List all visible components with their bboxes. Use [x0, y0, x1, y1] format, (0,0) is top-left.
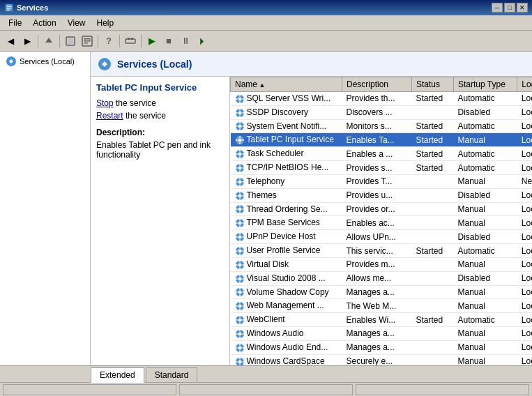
- tab-standard[interactable]: Standard: [146, 367, 198, 382]
- connect-button[interactable]: [123, 33, 138, 49]
- menu-file[interactable]: File: [3, 17, 27, 29]
- help-button[interactable]: ?: [101, 33, 116, 49]
- cell-description: Enables a ...: [342, 147, 412, 161]
- col-startup[interactable]: Startup Type: [454, 77, 517, 92]
- detail-restart-line: Restart the service: [96, 111, 224, 121]
- cell-startup: Automatic: [454, 119, 517, 133]
- svg-point-76: [238, 236, 241, 239]
- table-row[interactable]: User Profile ServiceThis servic...Starte…: [231, 244, 533, 258]
- table-row[interactable]: SSDP DiscoveryDiscovers ...DisabledLocal…: [231, 105, 533, 119]
- service-row-icon: [235, 204, 247, 214]
- nav-services-local[interactable]: Services (Local): [3, 54, 87, 68]
- properties-button[interactable]: [79, 33, 95, 49]
- table-row[interactable]: Thread Ordering Se...Provides or...Manua…: [231, 202, 533, 216]
- table-header: Name Description Status Startup Type Log…: [231, 77, 533, 92]
- detail-panel: Tablet PC Input Service Stop the service…: [91, 77, 230, 365]
- cell-startup: Automatic: [454, 161, 517, 175]
- service-name-text: SQL Server VSS Wri...: [247, 93, 331, 103]
- table-row[interactable]: WebClientEnables Wi...StartedAutomaticLo…: [231, 313, 533, 327]
- cell-logon: Local S...: [517, 119, 532, 133]
- service-name-text: Visual Studio 2008 ...: [247, 273, 326, 283]
- table-row[interactable]: SQL Server VSS Wri...Provides th...Start…: [231, 92, 533, 106]
- svg-rect-38: [242, 140, 244, 142]
- menu-view[interactable]: View: [62, 17, 91, 29]
- cell-name: SSDP Discovery: [231, 105, 342, 119]
- table-row[interactable]: Visual Studio 2008 ...Allows me...Disabl…: [231, 271, 533, 285]
- minimize-button[interactable]: ─: [492, 3, 503, 13]
- svg-rect-36: [239, 143, 241, 145]
- table-row[interactable]: ThemesProvides u...DisabledLocal S...: [231, 188, 533, 202]
- table-row[interactable]: Windows Audio End...Manages a...ManualLo…: [231, 340, 533, 354]
- svg-rect-31: [236, 126, 238, 128]
- cell-startup: Manual: [454, 327, 517, 341]
- svg-rect-133: [236, 361, 238, 363]
- table-row[interactable]: Tablet PC Input ServiceEnables Ta...Star…: [231, 133, 533, 147]
- stop-service-link[interactable]: Stop: [96, 98, 114, 108]
- svg-rect-110: [242, 305, 244, 307]
- svg-rect-35: [239, 136, 241, 138]
- table-row[interactable]: Task SchedulerEnables a ...StartedAutoma…: [231, 147, 533, 161]
- stop-button[interactable]: ■: [161, 33, 176, 49]
- service-row-icon: [235, 121, 247, 131]
- cell-name: Visual Studio 2008 ...: [231, 271, 342, 285]
- table-row[interactable]: Windows CardSpaceSecurely e...ManualLoca…: [231, 354, 533, 365]
- play-button[interactable]: ▶: [144, 33, 160, 49]
- service-row-icon: [235, 342, 247, 352]
- restart-button[interactable]: ⏵: [195, 33, 210, 49]
- cell-logon: Local S...: [517, 313, 532, 327]
- close-button[interactable]: ✕: [517, 3, 528, 13]
- svg-rect-2: [7, 8, 12, 8]
- table-row[interactable]: TPM Base ServicesEnables ac...ManualLoca…: [231, 216, 533, 230]
- cell-name: TPM Base Services: [231, 216, 342, 230]
- status-section-3: [356, 384, 529, 395]
- up-button[interactable]: [41, 33, 56, 49]
- pause-button[interactable]: ⏸: [178, 33, 193, 49]
- menu-action[interactable]: Action: [27, 17, 61, 29]
- col-name[interactable]: Name: [231, 77, 342, 92]
- back-button[interactable]: ◀: [3, 33, 18, 49]
- table-row[interactable]: Virtual DiskProvides m...ManualLocal S..…: [231, 257, 533, 271]
- table-row[interactable]: TCP/IP NetBIOS He...Provides s...Started…: [231, 161, 533, 175]
- cell-description: Provides m...: [342, 257, 412, 271]
- cell-name: Volume Shadow Copy: [231, 285, 342, 299]
- cell-logon: Local S...: [517, 327, 532, 341]
- main-container: Services (Local) Services (Local) Tablet…: [0, 52, 532, 365]
- table-row[interactable]: TelephonyProvides T...ManualNetwo...: [231, 174, 533, 188]
- service-row-icon: [235, 218, 247, 227]
- svg-rect-126: [239, 350, 241, 352]
- svg-rect-26: [242, 112, 244, 114]
- svg-rect-66: [239, 212, 241, 214]
- menu-help[interactable]: Help: [91, 17, 120, 29]
- svg-rect-8: [84, 40, 91, 42]
- table-scroll[interactable]: Name Description Status Startup Type Log…: [230, 77, 532, 365]
- col-status[interactable]: Status: [412, 77, 454, 92]
- svg-rect-120: [239, 336, 241, 338]
- forward-button[interactable]: ▶: [20, 33, 35, 49]
- show-hide-button[interactable]: [63, 33, 78, 49]
- service-name-text: TPM Base Services: [247, 218, 320, 227]
- table-row[interactable]: System Event Notifi...Monitors s...Start…: [231, 119, 533, 133]
- col-description[interactable]: Description: [342, 77, 412, 92]
- svg-rect-37: [236, 140, 238, 142]
- svg-rect-96: [239, 281, 241, 283]
- svg-rect-41: [239, 150, 241, 152]
- svg-point-52: [238, 180, 241, 183]
- maximize-button[interactable]: □: [504, 3, 515, 13]
- cell-status: [412, 188, 454, 202]
- table-row[interactable]: Web Management ...The Web M...ManualLoca…: [231, 299, 533, 313]
- table-row[interactable]: Windows AudioManages a...ManualLocal S..…: [231, 327, 533, 341]
- cell-description: Provides T...: [342, 174, 412, 188]
- tab-extended[interactable]: Extended: [91, 367, 144, 383]
- cell-startup: Manual: [454, 354, 517, 365]
- col-logon[interactable]: Log On: [517, 77, 532, 92]
- left-nav-panel: Services (Local): [0, 52, 91, 365]
- cell-logon: Local S...: [517, 188, 532, 202]
- cell-status: Started: [412, 161, 454, 175]
- restart-service-link[interactable]: Restart: [96, 111, 123, 121]
- table-row[interactable]: UPnP Device HostAllows UPn...DisabledLoc…: [231, 230, 533, 244]
- table-row[interactable]: Volume Shadow CopyManages a...ManualLoca…: [231, 285, 533, 299]
- service-name-text: Windows Audio: [247, 328, 304, 338]
- cell-logon: Local S...: [517, 257, 532, 271]
- cell-logon: Local S...: [517, 92, 532, 106]
- cell-description: Manages a...: [342, 327, 412, 341]
